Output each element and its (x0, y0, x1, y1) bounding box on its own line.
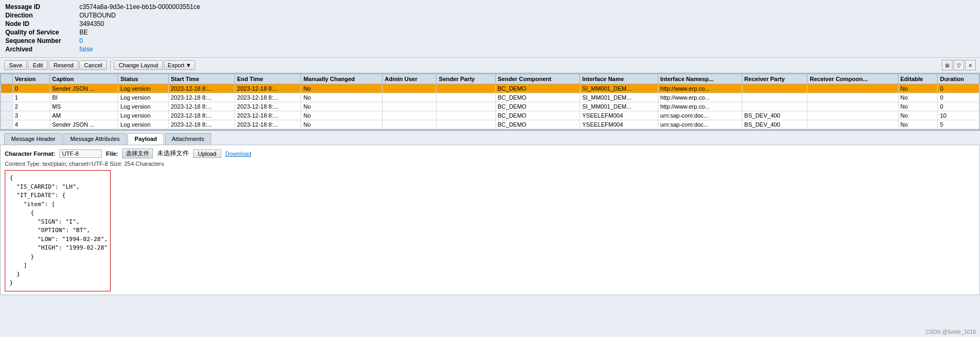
content-type-text: Content Type: text/plain; charset=UTF-8 … (5, 161, 975, 167)
table-cell: 1 (13, 93, 50, 102)
toolbar: Save Edit Resend Cancel Change Layout Ex… (0, 57, 980, 73)
payload-area: Character Format: File: 选择文件 未选择文件 Uploa… (0, 145, 980, 295)
col-header[interactable]: Receiver Party (742, 74, 807, 84)
edit-button[interactable]: Edit (28, 60, 48, 70)
col-header[interactable]: Version (13, 74, 50, 84)
char-format-input[interactable] (59, 149, 102, 158)
table-cell: 5 (938, 120, 979, 129)
table-cell: Log version (118, 111, 168, 120)
table-cell (382, 111, 436, 120)
table-cell: No (301, 93, 383, 102)
table-cell: Sender JSON ... (50, 120, 118, 129)
char-format-label: Character Format: (5, 150, 55, 157)
table-cell: No (898, 120, 938, 129)
col-header[interactable]: End Time (235, 74, 301, 84)
table-cell: BC_DEMO (495, 111, 580, 120)
save-button[interactable]: Save (4, 60, 27, 70)
row-number (1, 102, 13, 111)
table-cell (437, 84, 495, 93)
table-cell (382, 102, 436, 111)
table-cell: 2023-12-18 8:... (168, 111, 234, 120)
versions-table: VersionCaptionStatusStart TimeEnd TimeMa… (1, 74, 979, 129)
col-header[interactable]: Editable (898, 74, 938, 84)
table-cell: BC_DEMO (495, 84, 580, 93)
col-header[interactable]: Receiver Compoon... (807, 74, 898, 84)
payload-controls: Character Format: File: 选择文件 未选择文件 Uploa… (5, 148, 975, 158)
table-cell: SI_MM001_DEM... (580, 102, 658, 111)
col-header[interactable]: Duration (938, 74, 979, 84)
col-header[interactable]: Interface Namesp... (658, 74, 742, 84)
table-cell: Log version (118, 84, 168, 93)
col-header[interactable]: Sender Party (437, 74, 495, 84)
no-file-selected-text: 未选择文件 (157, 149, 189, 158)
table-cell (807, 84, 898, 93)
choose-file-button[interactable]: 选择文件 (122, 148, 153, 158)
layout-icon[interactable]: ⊞ (942, 60, 952, 70)
table-cell: BS_DEV_400 (742, 120, 807, 129)
table-cell (382, 93, 436, 102)
info-label: Node ID (5, 20, 79, 28)
col-header[interactable]: Sender Component (495, 74, 580, 84)
table-cell (807, 93, 898, 102)
table-cell: 2023-12-18 8:... (235, 111, 301, 120)
separator (110, 60, 111, 70)
info-row: Sequence Number0 (5, 37, 975, 45)
upload-button[interactable]: Upload (193, 149, 221, 158)
table-cell: MS (50, 102, 118, 111)
change-layout-button[interactable]: Change Layout (114, 60, 163, 70)
table-cell: 0 (13, 84, 50, 93)
col-header[interactable]: Admin User (382, 74, 436, 84)
filter-icon[interactable]: ▽ (954, 60, 964, 70)
table-cell: 3 (13, 111, 50, 120)
table-cell: AM (50, 111, 118, 120)
table-cell (437, 102, 495, 111)
download-link[interactable]: Download (225, 150, 251, 157)
col-header[interactable]: Start Time (168, 74, 234, 84)
table-cell: BC_DEMO (495, 102, 580, 111)
tab-payload[interactable]: Payload (128, 133, 164, 145)
info-label: Archived (5, 46, 79, 53)
info-row: DirectionOUTBOUND (5, 12, 975, 19)
tab-message-header[interactable]: Message Header (4, 133, 62, 145)
dropdown-arrow-icon: ▼ (186, 62, 192, 68)
resend-button[interactable]: Resend (49, 60, 78, 70)
table-cell (742, 93, 807, 102)
table-row[interactable]: 0Sender JSON ...Log version2023-12-18 8:… (1, 84, 979, 93)
table-row[interactable]: 2MSLog version2023-12-18 8:...2023-12-18… (1, 102, 979, 111)
info-label: Direction (5, 12, 79, 19)
table-cell: http://www.erp.co... (658, 84, 742, 93)
json-content-display: { "IS_CARRID": "LH", "IT_FLDATE": { "ite… (5, 170, 111, 291)
table-row[interactable]: 3AMLog version2023-12-18 8:...2023-12-18… (1, 111, 979, 120)
table-row[interactable]: 1BILog version2023-12-18 8:...2023-12-18… (1, 93, 979, 102)
table-cell: No (301, 120, 383, 129)
table-cell (742, 102, 807, 111)
table-cell: SI_MM001_DEM... (580, 84, 658, 93)
tab-attachments[interactable]: Attachments (165, 133, 211, 145)
table-cell: Log version (118, 120, 168, 129)
info-row: Node ID3494350 (5, 20, 975, 28)
table-cell: 2023-12-18 8:... (168, 120, 234, 129)
table-cell: Log version (118, 93, 168, 102)
toolbar-icon-group: ⊞ ▽ ≡ (942, 60, 976, 70)
cancel-button[interactable]: Cancel (79, 60, 107, 70)
file-label: File: (106, 150, 118, 157)
table-cell: BI (50, 93, 118, 102)
col-header[interactable]: Manually Changed (301, 74, 383, 84)
versions-table-container: VersionCaptionStatusStart TimeEnd TimeMa… (0, 73, 980, 130)
table-cell: SI_MM001_DEM... (580, 93, 658, 102)
col-header[interactable]: Status (118, 74, 168, 84)
col-header[interactable]: Interface Name (580, 74, 658, 84)
export-button[interactable]: Export ▼ (164, 60, 195, 70)
col-header[interactable]: Caption (50, 74, 118, 84)
table-cell: No (898, 111, 938, 120)
table-cell: BC_DEMO (495, 93, 580, 102)
table-cell: YSEELEFM004 (580, 111, 658, 120)
tab-message-attributes[interactable]: Message Attributes (63, 133, 127, 145)
table-cell: Sender JSON ... (50, 84, 118, 93)
row-number (1, 120, 13, 129)
info-label: Quality of Service (5, 29, 79, 36)
table-row[interactable]: 4Sender JSON ...Log version2023-12-18 8:… (1, 120, 979, 129)
table-cell: http://www.erp.co... (658, 102, 742, 111)
table-cell: 2023-12-18 8:... (168, 102, 234, 111)
settings-icon[interactable]: ≡ (965, 60, 976, 70)
